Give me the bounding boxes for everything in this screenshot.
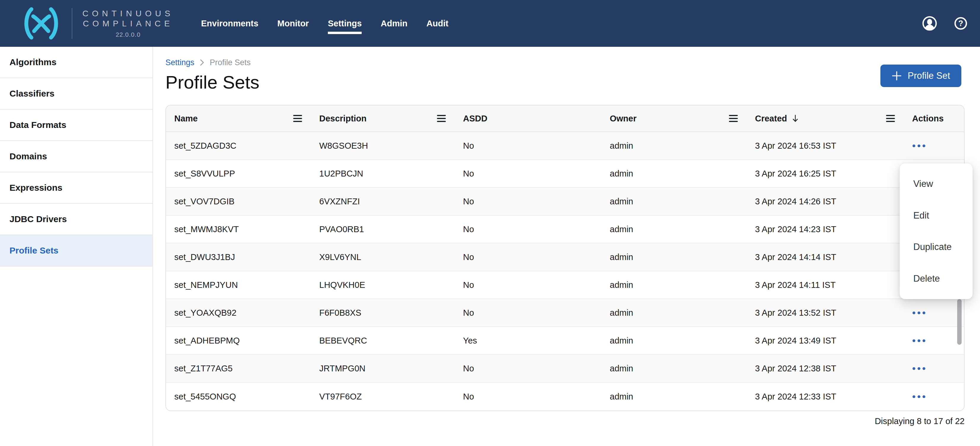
- sidebar-item[interactable]: Domains: [0, 141, 153, 172]
- column-header[interactable]: Actions: [904, 105, 964, 132]
- cell-description: VT97F6OZ: [311, 383, 455, 411]
- cell-owner: admin: [601, 327, 747, 354]
- breadcrumb-settings-link[interactable]: Settings: [165, 58, 194, 67]
- nav-item[interactable]: Settings: [328, 14, 362, 32]
- cell-name: set_ADHEBPMQ: [166, 327, 311, 354]
- cell-owner: admin: [601, 383, 747, 411]
- context-menu-item[interactable]: Delete: [900, 263, 973, 295]
- cell-owner: admin: [601, 243, 747, 271]
- nav-item[interactable]: Monitor: [277, 14, 309, 32]
- help-icon[interactable]: ?: [954, 17, 967, 30]
- row-actions-menu-icon[interactable]: •••: [912, 335, 927, 346]
- cell-owner: admin: [601, 355, 747, 382]
- cell-asdd: No: [455, 299, 601, 326]
- cell-actions: •••: [904, 355, 964, 382]
- column-menu-icon[interactable]: [437, 115, 446, 122]
- cell-name: set_MWMJ8KVT: [166, 216, 311, 243]
- column-header[interactable]: ASDD: [455, 105, 601, 132]
- cell-asdd: No: [455, 188, 601, 215]
- column-header[interactable]: Description: [311, 105, 455, 132]
- cell-asdd: No: [455, 355, 601, 382]
- cell-name: set_5455ONGQ: [166, 383, 311, 411]
- breadcrumb-current: Profile Sets: [210, 58, 251, 67]
- cell-created: 3 Apr 2024 12:38 IST: [747, 355, 904, 382]
- cell-description: JRTMPG0N: [311, 355, 455, 382]
- cell-created: 3 Apr 2024 14:14 IST: [747, 243, 904, 271]
- column-menu-icon[interactable]: [729, 115, 738, 122]
- cell-asdd: Yes: [455, 327, 601, 354]
- cell-created: 3 Apr 2024 16:25 IST: [747, 160, 904, 187]
- cell-created: 3 Apr 2024 14:26 IST: [747, 188, 904, 215]
- pagination-status: Displaying 8 to 17 of 22: [165, 416, 964, 426]
- brand-wordmark: CONTINUOUS COMPLIANCE 22.0.0.0: [83, 9, 174, 38]
- top-bar: CONTINUOUS COMPLIANCE 22.0.0.0 Environme…: [0, 0, 980, 47]
- context-menu-item[interactable]: Edit: [900, 200, 973, 232]
- add-profile-set-button[interactable]: Profile Set: [880, 65, 961, 87]
- cell-description: 6VXZNFZI: [311, 188, 455, 215]
- cell-owner: admin: [601, 271, 747, 298]
- row-actions-menu-icon[interactable]: •••: [912, 308, 927, 318]
- column-menu-icon[interactable]: [886, 115, 895, 122]
- column-label: Created: [755, 114, 787, 124]
- main-content: Settings Profile Sets Profile Sets Profi…: [153, 47, 980, 446]
- app-logo: CONTINUOUS COMPLIANCE 22.0.0.0: [19, 7, 174, 40]
- cell-asdd: No: [455, 243, 601, 271]
- nav-item[interactable]: Environments: [201, 14, 258, 32]
- cell-description: BEBEVQRC: [311, 327, 455, 354]
- column-label: ASDD: [463, 114, 487, 124]
- cell-name: set_5ZDAGD3C: [166, 132, 311, 159]
- column-label: Description: [319, 114, 367, 124]
- table-scrollbar-thumb[interactable]: [957, 299, 962, 345]
- chevron-right-icon: [200, 59, 205, 66]
- column-header[interactable]: Name: [166, 105, 311, 132]
- sidebar-item[interactable]: Profile Sets: [0, 235, 153, 267]
- nav-item[interactable]: Audit: [426, 14, 449, 32]
- table-row: set_5ZDAGD3C W8GSOE3H No admin 3 Apr 202…: [166, 132, 964, 160]
- table-row: set_NEMPJYUN LHQVKH0E No admin 3 Apr 202…: [166, 271, 964, 299]
- row-actions-menu-icon[interactable]: •••: [912, 141, 927, 151]
- cell-name: set_DWU3J1BJ: [166, 243, 311, 271]
- cell-description: W8GSOE3H: [311, 132, 455, 159]
- cell-actions: •••: [904, 132, 964, 159]
- row-actions-menu-icon[interactable]: •••: [912, 363, 927, 373]
- cell-name: set_YOAXQB92: [166, 299, 311, 326]
- brand-line-2: COMPLIANCE: [83, 19, 173, 29]
- cell-asdd: No: [455, 216, 601, 243]
- cell-name: set_NEMPJYUN: [166, 271, 311, 298]
- user-avatar-icon[interactable]: [922, 16, 937, 31]
- sidebar-item[interactable]: Data Formats: [0, 110, 153, 141]
- table-row: set_5455ONGQ VT97F6OZ No admin 3 Apr 202…: [166, 383, 964, 411]
- row-actions-menu-icon[interactable]: •••: [912, 392, 927, 402]
- cell-name: set_Z1T77AG5: [166, 355, 311, 382]
- column-label: Name: [174, 114, 198, 124]
- sidebar-item[interactable]: Algorithms: [0, 47, 153, 78]
- column-header[interactable]: Created: [747, 105, 904, 132]
- column-label: Owner: [610, 114, 636, 124]
- add-button-label: Profile Set: [908, 70, 950, 81]
- cell-created: 3 Apr 2024 14:11 IST: [747, 271, 904, 298]
- context-menu-item[interactable]: View: [900, 168, 973, 200]
- context-menu-item[interactable]: Duplicate: [900, 231, 973, 263]
- column-header[interactable]: Owner: [601, 105, 747, 132]
- profile-sets-table: Name Description ASDD: [165, 105, 964, 411]
- table-row: set_ADHEBPMQ BEBEVQRC Yes admin 3 Apr 20…: [166, 327, 964, 355]
- table-row: set_YOAXQB92 F6F0B8XS No admin 3 Apr 202…: [166, 299, 964, 327]
- main-nav: EnvironmentsMonitorSettingsAdminAudit: [201, 14, 448, 32]
- cell-asdd: No: [455, 160, 601, 187]
- sidebar-item[interactable]: Classifiers: [0, 78, 153, 110]
- sidebar-item[interactable]: JDBC Drivers: [0, 204, 153, 235]
- cell-actions: •••: [904, 299, 964, 326]
- sidebar: AlgorithmsClassifiersData FormatsDomains…: [0, 47, 153, 446]
- cell-owner: admin: [601, 188, 747, 215]
- cell-created: 3 Apr 2024 16:53 IST: [747, 132, 904, 159]
- svg-text:?: ?: [958, 19, 963, 28]
- topbar-icons: ?: [922, 16, 967, 31]
- cell-description: F6F0B8XS: [311, 299, 455, 326]
- nav-item[interactable]: Admin: [380, 14, 407, 32]
- page-title: Profile Sets: [165, 71, 980, 93]
- sidebar-item[interactable]: Expressions: [0, 172, 153, 204]
- cell-asdd: No: [455, 132, 601, 159]
- sort-desc-icon[interactable]: [792, 114, 799, 123]
- table-row: set_VOV7DGIB 6VXZNFZI No admin 3 Apr 202…: [166, 188, 964, 216]
- column-menu-icon[interactable]: [293, 115, 302, 122]
